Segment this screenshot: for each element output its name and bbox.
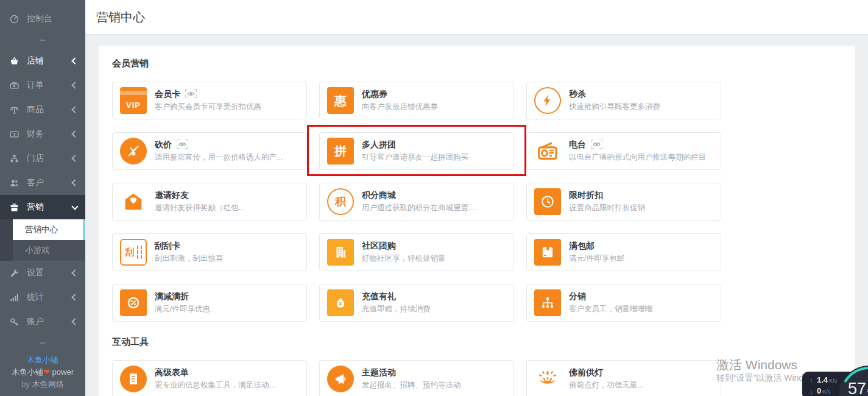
freeship-icon — [534, 239, 561, 266]
marketing-card[interactable]: VIP会员卡客户购买会员卡可享受折扣优惠 — [112, 82, 307, 119]
marketing-card[interactable]: 佛前供灯佛前点灯，功德无量... — [526, 360, 721, 396]
submenu-item-marketing-center[interactable]: 营销中心 — [13, 219, 85, 240]
card-title-row: 优惠券 — [362, 90, 438, 98]
card-text: 秒杀快速抢购引导顾客更多消费 — [569, 90, 660, 112]
card-text: 多人拼团引导客户邀请朋友一起拼团购买 — [362, 140, 468, 163]
marketing-card[interactable]: 惠优惠券向客户发放店铺优惠券 — [319, 82, 514, 119]
wrench-icon — [8, 268, 20, 278]
orders-icon — [8, 80, 20, 91]
boost-percent-widget[interactable]: 57% — [839, 366, 868, 396]
card-title-row: 高级表单 — [155, 368, 275, 377]
community-icon — [327, 239, 354, 266]
chevron-left-icon — [71, 130, 78, 137]
points-icon: 积 — [327, 188, 354, 215]
submenu-item-mini-games[interactable]: 小游戏 — [13, 240, 85, 261]
brand-link[interactable]: 木鱼小铺 — [0, 354, 85, 366]
finance-icon — [8, 129, 20, 140]
card-title: 邀请好友 — [155, 191, 189, 199]
card-description: 满元/件即享包邮 — [569, 253, 624, 264]
card-text: 限时折扣设置商品限时打折促销 — [569, 191, 645, 213]
marketing-card[interactable]: 电台以电台广播的形式向用户推送每期的栏目 — [526, 132, 721, 170]
card-title: 刮刮卡 — [155, 241, 180, 250]
sidebar-item-dashboard[interactable]: 控制台 — [0, 7, 85, 31]
card-description: 向客户发放店铺优惠券 — [362, 102, 438, 112]
card-title-row: 充值有礼 — [362, 292, 431, 300]
sidebar-item-scales[interactable]: 商品 — [0, 97, 85, 122]
active-indicator — [83, 219, 85, 240]
download-arrow-icon: ↓ — [808, 386, 814, 396]
sidebar-item-key[interactable]: 账户 — [0, 309, 85, 334]
marketing-card[interactable]: 社区团购好物社区享，轻松提销量 — [319, 233, 514, 271]
card-text: 高级表单更专业的信息收集工具，满足活动... — [155, 368, 275, 391]
sidebar-item-basket[interactable]: 店铺 — [0, 49, 85, 73]
marketing-card[interactable]: 充值有礼充值即赠，持续消费 — [319, 284, 514, 322]
marketing-card[interactable]: 刮刮刮卡刮出刺激，刮出惊喜 — [112, 233, 307, 271]
card-description: 客户购买会员卡可享受折扣优惠 — [155, 102, 261, 112]
section-interactive-tools: 互动工具 高级表单更专业的信息收集工具，满足活动...主题活动发起报名、招聘、预… — [112, 336, 841, 396]
marketing-card[interactable]: 邀请好友邀请好友获得奖励（红包... — [112, 183, 307, 221]
coupon-icon: 惠 — [327, 87, 354, 114]
marketing-card[interactable]: 限时折扣设置商品限时打折促销 — [526, 183, 721, 221]
page-header: 营销中心 — [85, 0, 868, 35]
upload-arrow-icon: ↑ — [808, 375, 814, 385]
marketing-card[interactable]: 积积分商城用户通过获取的积分在商城里置... — [319, 183, 514, 221]
scratch-dash — [137, 246, 138, 259]
sidebar-item-sitemap[interactable]: 门店 — [0, 146, 85, 171]
card-description: 客户变员工，销量噌噌噌 — [569, 304, 653, 314]
marketing-card[interactable]: 满减满折满元/件即享优惠 — [112, 284, 307, 322]
by-prefix: by — [21, 380, 32, 389]
preview-eye-icon[interactable] — [177, 140, 188, 149]
key-icon — [8, 317, 20, 327]
chevron-left-icon — [71, 269, 78, 276]
card-description: 以电台广播的形式向用户推送每期的栏目 — [569, 152, 706, 163]
sidebar-item-finance[interactable]: 财务 — [0, 122, 85, 146]
sidebar-item-wrench[interactable]: 设置 — [0, 261, 85, 285]
basket-icon — [8, 56, 20, 66]
card-text: 积分商城用户通过获取的积分在商城里置... — [362, 191, 475, 213]
card-title-row: 多人拼团 — [362, 140, 468, 149]
sidebar-item-label: 店铺 — [27, 55, 72, 66]
card-title: 高级表单 — [155, 368, 189, 377]
card-description: 好物社区享，轻松提销量 — [362, 253, 446, 264]
card-title: 秒杀 — [569, 90, 586, 98]
card-description: 邀请好友获得奖励（红包... — [155, 203, 245, 213]
chevron-left-icon — [71, 82, 78, 88]
marketing-card[interactable]: 满包邮满元/件即享包邮 — [526, 233, 721, 271]
card-description: 引导客户邀请朋友一起拼团购买 — [362, 152, 468, 163]
flash-icon — [534, 87, 561, 114]
invite-icon — [120, 188, 147, 215]
preview-eye-icon[interactable] — [185, 89, 197, 98]
sitemap-icon — [8, 154, 20, 164]
marketing-card[interactable]: 秒杀快速抢购引导顾客更多消费 — [526, 82, 721, 119]
marketing-panel: 会员营销 VIP会员卡客户购买会员卡可享受折扣优惠惠优惠券向客户发放店铺优惠券秒… — [99, 46, 855, 396]
marketing-card[interactable]: 拼多人拼团引导客户邀请朋友一起拼团购买 — [319, 132, 514, 170]
sidebar-item-orders[interactable]: 订单 — [0, 73, 85, 97]
bargain-icon — [120, 138, 147, 164]
chevron-left-icon — [71, 57, 78, 64]
sidebar-item-label: 统计 — [27, 292, 72, 303]
marketing-card[interactable]: 砍价适用新店宣传，用一款价格诱人的产... — [112, 132, 307, 170]
marketing-card[interactable]: 分销客户变员工，销量噌噌噌 — [526, 284, 721, 322]
chevron-left-icon — [71, 106, 78, 113]
card-title-row: 佛前供灯 — [569, 368, 644, 377]
recharge-icon — [327, 289, 354, 316]
gift-icon — [8, 202, 20, 213]
sidebar-item-label: 营销 — [27, 202, 72, 213]
card-text: 刮刮卡刮出刺激，刮出惊喜 — [155, 241, 224, 264]
card-title: 会员卡 — [155, 90, 180, 98]
sidebar-item-gift[interactable]: 营销 — [0, 195, 85, 219]
marketing-card[interactable]: 高级表单更专业的信息收集工具，满足活动... — [112, 360, 307, 396]
distribution-icon — [534, 289, 561, 316]
marketing-card[interactable]: 主题活动发起报名、招聘、预约等活动 — [319, 360, 514, 396]
submenu-item-label: 小游戏 — [25, 245, 50, 256]
form-icon — [120, 366, 147, 392]
card-title: 砍价 — [155, 140, 172, 149]
chevron-left-icon — [71, 294, 78, 300]
card-description: 用户通过获取的积分在商城里置... — [362, 203, 475, 213]
sidebar-item-chart[interactable]: 统计 — [0, 285, 85, 309]
card-text: 满减满折满元/件即享优惠 — [155, 292, 210, 314]
sidebar-divider — [0, 31, 85, 49]
sidebar-item-users[interactable]: 客户 — [0, 171, 85, 195]
card-grid: 高级表单更专业的信息收集工具，满足活动...主题活动发起报名、招聘、预约等活动佛… — [112, 360, 841, 396]
preview-eye-icon[interactable] — [591, 140, 602, 149]
